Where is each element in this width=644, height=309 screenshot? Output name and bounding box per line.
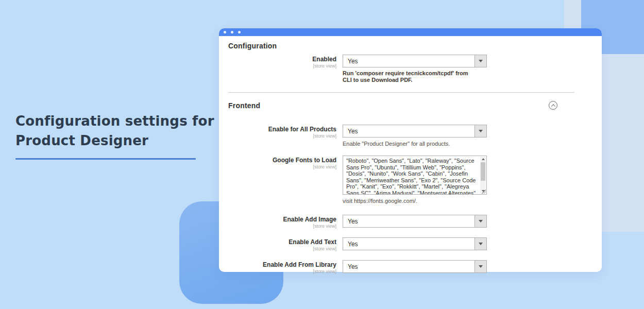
section-title-configuration: Configuration (228, 42, 574, 50)
enable-add-text-select[interactable]: Yes (343, 237, 487, 250)
select-value: Yes (348, 128, 358, 135)
section-divider (228, 92, 574, 93)
config-page: Configuration Enabled [store view] Yes R… (219, 36, 602, 274)
enable-add-from-library-select[interactable]: Yes (343, 260, 487, 273)
field-input-col: Yes (343, 215, 487, 229)
field-input-col: Yes Run 'composer require tecnickcom/tcp… (343, 55, 487, 83)
field-row-google-fonts: Google Fonts to Load [store view] "Robot… (228, 156, 574, 204)
hero-title-line2: Product Designer (15, 133, 148, 148)
window-titlebar (219, 28, 602, 36)
chevron-down-icon[interactable] (474, 215, 486, 227)
chevron-down-icon[interactable] (474, 125, 486, 137)
hero-underline (15, 158, 196, 160)
field-scope-label: [store view] (228, 164, 336, 170)
field-row-enable-add-image: Enable Add Image [store view] Yes (228, 215, 574, 229)
select-value: Yes (348, 263, 358, 270)
resize-grip-icon[interactable] (481, 189, 486, 194)
scroll-up-icon[interactable] (480, 157, 486, 162)
field-row-enabled: Enabled [store view] Yes Run 'composer r… (228, 55, 574, 83)
collapse-section-icon[interactable] (549, 101, 557, 110)
field-label-col: Enabled [store view] (228, 55, 336, 83)
field-scope-label: [store view] (228, 224, 336, 229)
chevron-down-icon[interactable] (474, 55, 486, 67)
hero-section: Configuration settings for Product Desig… (15, 111, 222, 160)
field-scope-label: [store view] (228, 269, 336, 274)
select-value: Yes (348, 58, 358, 65)
scrollbar-thumb[interactable] (481, 162, 485, 181)
hero-title-line1: Configuration settings for (15, 113, 214, 129)
field-input-col: Yes (343, 237, 487, 252)
window-dot-icon[interactable] (224, 31, 226, 33)
hero-title: Configuration settings for Product Desig… (15, 111, 222, 150)
field-label: Enable Add Text (228, 239, 336, 246)
field-label: Google Fonts to Load (228, 157, 336, 164)
select-value: Yes (348, 218, 358, 225)
window-dot-icon[interactable] (238, 31, 241, 33)
chevron-up-icon (551, 104, 555, 108)
field-label-col: Google Fonts to Load [store view] (228, 156, 336, 204)
field-note: Run 'composer require tecnickcom/tcpdf' … (343, 70, 479, 83)
frontend-section-header: Frontend (228, 101, 574, 110)
google-fonts-textarea[interactable]: "Roboto", "Open Sans", "Lato", "Raleway"… (343, 156, 487, 195)
page-background: { "colors": { "background": "#bfdcf8", "… (0, 0, 644, 309)
field-row-enable-add-from-library: Enable Add From Library [store view] Yes (228, 260, 574, 274)
field-scope-label: [store view] (228, 63, 336, 69)
field-comment: visit https://fonts.google.com/. (343, 198, 487, 204)
field-input-col: Yes Enable "Product Designer" for all pr… (343, 125, 487, 147)
chevron-down-icon[interactable] (474, 238, 486, 250)
enable-all-products-select[interactable]: Yes (343, 125, 487, 138)
field-label: Enable Add Image (228, 216, 336, 223)
textarea-scrollbar[interactable] (480, 157, 486, 194)
field-label-col: Enable Add Image [store view] (228, 215, 336, 229)
browser-window: Configuration Enabled [store view] Yes R… (219, 28, 602, 272)
window-dot-icon[interactable] (231, 31, 233, 33)
textarea-value: "Roboto", "Open Sans", "Lato", "Raleway"… (343, 157, 480, 194)
enabled-select[interactable]: Yes (343, 55, 487, 67)
field-comment: Enable "Product Designer" for all produc… (343, 141, 487, 147)
field-label: Enable for All Products (228, 126, 336, 133)
field-label-col: Enable Add Text [store view] (228, 237, 336, 252)
field-row-enable-all-products: Enable for All Products [store view] Yes… (228, 125, 574, 147)
select-value: Yes (348, 241, 358, 248)
field-scope-label: [store view] (228, 133, 336, 139)
chevron-down-icon[interactable] (474, 261, 486, 272)
field-label-col: Enable for All Products [store view] (228, 125, 336, 147)
field-label-col: Enable Add From Library [store view] (228, 260, 336, 274)
field-input-col: Yes (343, 260, 487, 274)
section-title-frontend: Frontend (228, 101, 260, 110)
enable-add-image-select[interactable]: Yes (343, 215, 487, 228)
field-label: Enable Add From Library (228, 262, 336, 268)
field-scope-label: [store view] (228, 246, 336, 252)
field-input-col: "Roboto", "Open Sans", "Lato", "Raleway"… (343, 156, 487, 204)
field-label: Enabled (228, 56, 336, 63)
field-row-enable-add-text: Enable Add Text [store view] Yes (228, 237, 574, 252)
